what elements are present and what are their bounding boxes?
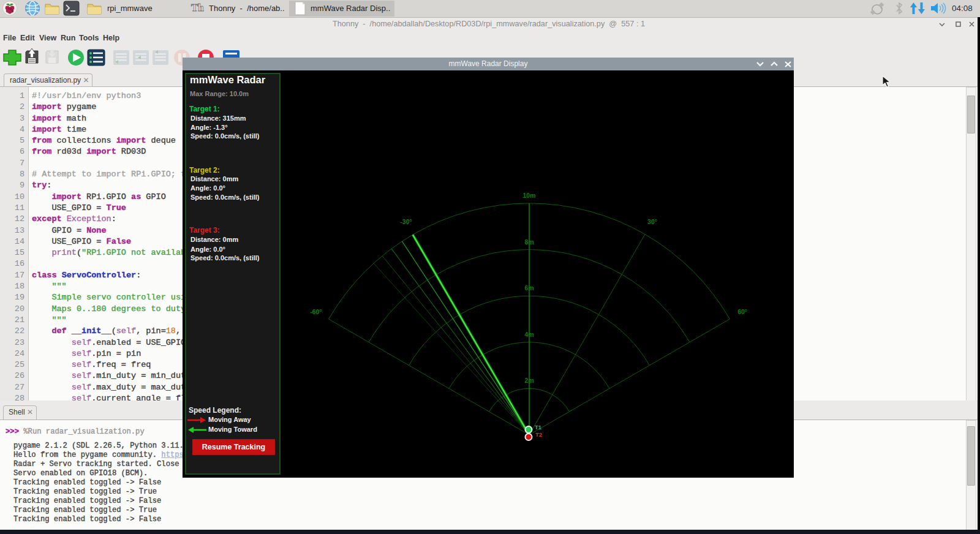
svg-text:T2: T2 bbox=[535, 431, 542, 438]
svg-text:Th: Th bbox=[191, 2, 204, 13]
svg-text:4m: 4m bbox=[524, 331, 533, 338]
svg-text:30°: 30° bbox=[647, 218, 657, 225]
svg-text:60°: 60° bbox=[737, 308, 747, 315]
svg-text:-60°: -60° bbox=[310, 308, 322, 315]
svg-text:8m: 8m bbox=[524, 238, 533, 246]
svg-text:T1: T1 bbox=[535, 424, 542, 431]
svg-text:10m: 10m bbox=[522, 192, 535, 199]
svg-text:-30°: -30° bbox=[400, 218, 412, 225]
svg-text:2m: 2m bbox=[524, 377, 533, 384]
svg-text:6m: 6m bbox=[524, 284, 533, 291]
